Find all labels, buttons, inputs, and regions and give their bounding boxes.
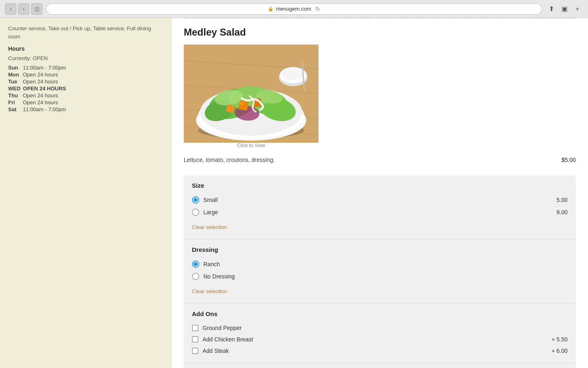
addons-section: Add Ons Ground Pepper Add Chicken Breast…: [184, 304, 576, 364]
back-button[interactable]: ‹: [5, 3, 16, 15]
hours-row: WEDOPEN 24 HOURS: [8, 85, 163, 92]
item-description: Lettuce, tomato, croutons, dressing.: [184, 157, 275, 163]
hours-time: 11:00am - 7:00pm: [23, 65, 66, 71]
add-tab-button[interactable]: +: [572, 3, 583, 15]
hours-row: MonOpen 24 hours: [8, 72, 163, 78]
hours-day: Tue: [8, 79, 20, 85]
sidebar-services: Counter service, Take out / Pick up, Tab…: [8, 18, 163, 45]
size-small-price: 5.00: [557, 197, 568, 203]
dressing-ranch-label: Ranch: [203, 261, 220, 267]
addon-steak[interactable]: Add Steak + 6.00: [192, 345, 568, 357]
ground-pepper-checkbox[interactable]: [192, 325, 198, 331]
size-section-title: Size: [192, 182, 568, 189]
hours-row: ThuOpen 24 hours: [8, 92, 163, 99]
hours-time: Open 24 hours: [23, 79, 58, 85]
dressing-section-title: Dressing: [192, 246, 568, 253]
hours-time: Open 24 hours: [23, 72, 58, 78]
steak-label: Add Steak: [203, 348, 229, 354]
forward-button[interactable]: ›: [18, 3, 29, 15]
hours-time: 11:00am - 7:00pm: [23, 106, 66, 112]
currently-open: Currently: OPEN: [8, 55, 163, 61]
hours-day: WED: [8, 85, 20, 92]
options-container: Size Small 5.00 Large 9.00 Clear select: [184, 175, 576, 368]
dressing-clear-button[interactable]: Clear selection: [192, 286, 227, 297]
dressing-none-radio[interactable]: [192, 273, 199, 280]
size-large-price: 9.00: [557, 209, 568, 215]
dressing-option-none[interactable]: No Dressing: [192, 270, 568, 283]
steak-price: + 6.00: [552, 348, 568, 354]
addon-chicken-breast[interactable]: Add Chicken Breast + 5.50: [192, 334, 568, 345]
hours-day: Sat: [8, 106, 20, 112]
hours-day: Mon: [8, 72, 20, 78]
item-image[interactable]: [184, 45, 318, 143]
dressing-ranch-radio[interactable]: [192, 260, 199, 268]
browser-chrome: ‹ › ◫ 🔒 menugem.com ↻ ⬆ ▣ +: [0, 0, 588, 18]
steak-checkbox[interactable]: [192, 348, 198, 354]
new-tab-button[interactable]: ▣: [559, 3, 570, 15]
hours-row: TueOpen 24 hours: [8, 79, 163, 85]
svg-rect-21: [239, 101, 244, 105]
hours-row: Sat11:00am - 7:00pm: [8, 106, 163, 112]
addons-section-title: Add Ons: [192, 310, 568, 317]
main-content: Medley Salad: [172, 18, 588, 368]
share-button[interactable]: ⬆: [546, 3, 557, 15]
size-small-label: Small: [203, 197, 218, 203]
address-bar[interactable]: 🔒 menugem.com ↻: [46, 3, 542, 15]
click-to-view-label: Click to View: [184, 143, 318, 148]
item-base-price: $5.00: [561, 157, 576, 163]
hours-time: Open 24 hours: [23, 92, 58, 99]
reload-icon[interactable]: ↻: [315, 6, 320, 12]
size-small-radio[interactable]: [192, 196, 199, 204]
ground-pepper-label: Ground Pepper: [203, 325, 242, 331]
item-image-container[interactable]: Click to View: [184, 45, 318, 155]
hours-day: Sun: [8, 65, 20, 71]
hours-row: Sun11:00am - 7:00pm: [8, 65, 163, 71]
url-text: menugem.com: [276, 6, 311, 12]
size-option-large[interactable]: Large 9.00: [192, 206, 568, 218]
lock-icon: 🔒: [268, 6, 274, 11]
sidebar: Counter service, Take out / Pick up, Tab…: [0, 18, 172, 368]
size-clear-button[interactable]: Clear selection: [192, 222, 227, 233]
size-large-radio[interactable]: [192, 209, 199, 216]
item-title: Medley Salad: [184, 18, 576, 38]
size-large-label: Large: [203, 209, 218, 215]
addon-ground-pepper[interactable]: Ground Pepper: [192, 322, 568, 334]
svg-rect-18: [238, 100, 248, 110]
chicken-breast-checkbox[interactable]: [192, 336, 198, 343]
size-section: Size Small 5.00 Large 9.00 Clear select: [184, 175, 576, 240]
dressing-section: Dressing Ranch No Dressing Clear selecti…: [184, 240, 576, 304]
hours-list: Sun11:00am - 7:00pmMonOpen 24 hoursTueOp…: [8, 65, 163, 112]
item-description-row: Lettuce, tomato, croutons, dressing. $5.…: [184, 157, 576, 163]
hours-title: Hours: [8, 45, 163, 52]
hours-day: Thu: [8, 92, 20, 99]
chicken-breast-label: Add Chicken Breast: [203, 336, 253, 343]
sidebar-toggle-button[interactable]: ◫: [31, 3, 42, 15]
dressing-none-label: No Dressing: [203, 273, 235, 280]
dressing-option-ranch[interactable]: Ranch: [192, 258, 568, 270]
svg-point-25: [282, 68, 305, 80]
chicken-breast-price: + 5.50: [552, 336, 568, 343]
size-option-small[interactable]: Small 5.00: [192, 194, 568, 206]
hours-time: OPEN 24 HOURS: [23, 85, 66, 92]
bottom-section: $5.00 Not Taking: [184, 364, 576, 368]
hours-day: Fri: [8, 99, 20, 105]
hours-row: FriOpen 24 hours: [8, 99, 163, 105]
hours-time: Open 24 hours: [23, 99, 58, 105]
